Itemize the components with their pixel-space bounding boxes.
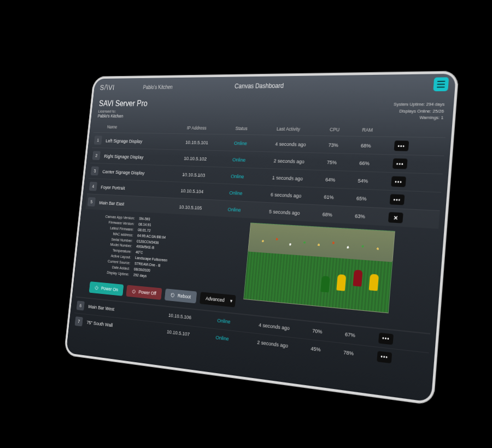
- reboot-label: Reboot: [177, 293, 191, 299]
- hamburger-icon: [437, 81, 446, 82]
- row-ram: 78%: [343, 349, 374, 359]
- row-last: 6 seconds ago: [271, 191, 321, 199]
- row-index: 5: [87, 197, 96, 207]
- col-ram: RAM: [362, 127, 393, 133]
- row-cpu: 75%: [327, 158, 356, 166]
- advanced-dropdown[interactable]: Advanced ▾: [200, 292, 236, 307]
- col-cpu: CPU: [330, 127, 359, 133]
- row-ip: 10.10.5.101: [185, 139, 232, 145]
- player-figure: [353, 270, 362, 287]
- row-index: 3: [91, 166, 99, 175]
- row-last: 2 seconds ago: [273, 157, 324, 165]
- page-title: Canvas Dashboard: [234, 82, 284, 90]
- more-button[interactable]: •••: [390, 194, 405, 205]
- row-status: Online: [217, 317, 256, 328]
- reboot-icon: [170, 292, 175, 298]
- row-index: 4: [89, 182, 97, 191]
- menu-button[interactable]: [433, 77, 449, 91]
- more-button[interactable]: •••: [377, 351, 392, 363]
- row-cpu: 45%: [311, 345, 341, 355]
- screen: S/\VI Pablo's Kitchen Canvas Dashboard S…: [66, 74, 456, 402]
- col-ip: IP Address: [186, 125, 233, 131]
- power-on-label: Power On: [101, 285, 119, 292]
- warnings-line: Warnings: 1: [393, 114, 444, 121]
- row-ip: 10.10.5.104: [180, 187, 227, 195]
- row-name: 75" South Wall: [86, 319, 165, 334]
- col-status: Status: [235, 126, 274, 132]
- row-ram: 68%: [361, 142, 391, 149]
- power-off-label: Power Off: [138, 289, 156, 296]
- row-cpu: 68%: [322, 211, 352, 219]
- row-last: 5 seconds ago: [269, 208, 320, 217]
- row-name: Left Signage Display: [106, 138, 183, 145]
- player-figure: [336, 274, 346, 291]
- row-cpu: 61%: [324, 193, 354, 201]
- row-index: 6: [77, 300, 85, 310]
- power-icon: [131, 288, 136, 294]
- row-name: Main Bar East: [99, 199, 177, 209]
- reboot-button[interactable]: Reboot: [165, 288, 197, 303]
- power-icon: [94, 285, 99, 290]
- more-button[interactable]: •••: [393, 158, 408, 169]
- row-status: Online: [229, 190, 268, 197]
- row-status: Online: [231, 173, 270, 180]
- row-cpu: 70%: [312, 327, 342, 337]
- row-name: Foyer Portrait: [101, 184, 178, 193]
- col-last: Last Activity: [277, 126, 327, 132]
- row-ip: 10.10.5.107: [167, 328, 213, 340]
- chevron-down-icon: ▾: [230, 298, 233, 303]
- product-name: SAVI Server Pro: [98, 99, 148, 108]
- row-ram: 54%: [358, 177, 388, 184]
- row-ip: 10.10.5.102: [184, 155, 230, 162]
- row-index: 1: [94, 135, 102, 145]
- licensed-to-name: Pablo's Kitchen: [97, 114, 147, 119]
- row-name: Right Signage Display: [104, 153, 181, 161]
- row-index: 2: [92, 151, 101, 160]
- row-ip: 10.10.5.105: [179, 203, 225, 211]
- location-label: Pablo's Kitchen: [143, 84, 173, 90]
- more-button[interactable]: •••: [394, 140, 409, 151]
- row-index: 7: [75, 316, 83, 326]
- display-preview: [243, 222, 395, 313]
- row-last: 1 seconds ago: [272, 174, 323, 182]
- row-status: Online: [232, 156, 271, 163]
- advanced-label: Advanced: [206, 296, 225, 303]
- row-ram: 65%: [356, 194, 387, 202]
- more-button[interactable]: •••: [378, 332, 394, 344]
- player-figure: [369, 274, 379, 291]
- brand-logo: S/\VI: [99, 82, 138, 92]
- topbar: S/\VI Pablo's Kitchen Canvas Dashboard: [93, 74, 456, 96]
- tablet-frame: S/\VI Pablo's Kitchen Canvas Dashboard S…: [64, 70, 459, 405]
- more-button[interactable]: •••: [391, 176, 406, 187]
- subheader: SAVI Server Pro Licensed to: Pablo's Kit…: [91, 95, 455, 126]
- row-name: Center Signage Display: [102, 168, 180, 176]
- row-cpu: 73%: [328, 142, 358, 148]
- power-off-button[interactable]: Power Off: [126, 285, 162, 299]
- row-cpu: 64%: [325, 176, 355, 183]
- row-status: Online: [227, 206, 266, 214]
- detail-val: 292 days: [133, 272, 147, 279]
- display-list: 1 Left Signage Display 10.10.5.101 Onlin…: [68, 132, 452, 378]
- displays-line: Displays Online: 25/26: [393, 108, 444, 114]
- row-last: 4 seconds ago: [275, 140, 326, 148]
- row-last: 4 seconds ago: [259, 322, 309, 333]
- row-ip: 10.10.5.106: [168, 312, 215, 323]
- player-figure: [320, 276, 330, 293]
- uptime-line: System Uptime: 294 days: [394, 101, 445, 108]
- system-stats: System Uptime: 294 days Displays Online:…: [393, 101, 445, 121]
- row-status: Online: [215, 334, 255, 345]
- row-ram: 66%: [359, 160, 390, 167]
- row-ip: 10.10.5.103: [182, 171, 229, 179]
- close-button[interactable]: ✕: [388, 212, 403, 223]
- row-ram: 67%: [345, 331, 376, 341]
- svg-text:S/\VI: S/\VI: [99, 82, 115, 91]
- row-ram: 63%: [355, 213, 385, 220]
- power-on-button[interactable]: Power On: [89, 281, 124, 296]
- col-name: Name: [107, 125, 185, 131]
- detail-kv-list: Canvas App Version:SN-593 Firmware Versi…: [89, 214, 243, 307]
- row-last: 2 seconds ago: [257, 339, 308, 351]
- row-status: Online: [234, 140, 273, 146]
